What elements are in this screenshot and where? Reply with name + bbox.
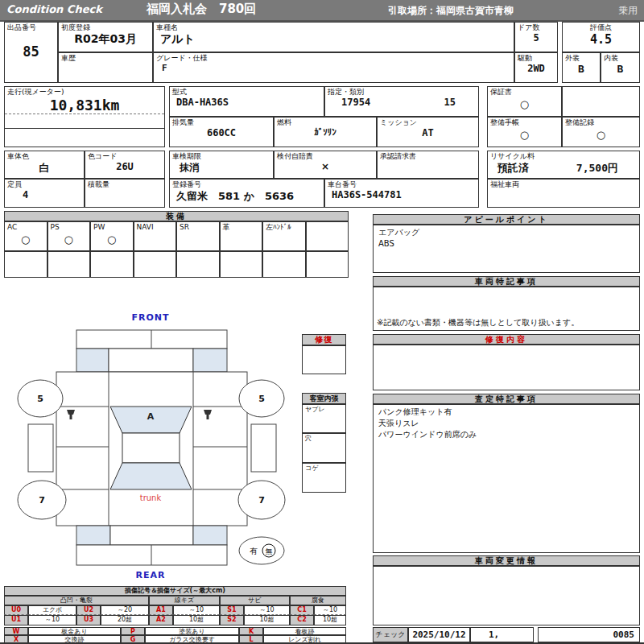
legend-group-corrosion: 腐食 [290,596,346,605]
fuel-cell: 燃料 ｶﾞｿﾘﾝ [274,117,377,147]
exterior-grade-value: B [563,63,600,75]
side-sill-left [28,424,53,472]
legend-value: ～10 [173,605,220,615]
doors-cell: ドア数 5 [514,22,558,52]
score-label: 評価点 [563,23,639,32]
body-color-value: 白 [5,161,84,175]
color-code-label: 色コード [85,151,164,161]
equipment-label: PS [48,222,90,232]
model-code-value: DBA-HA36S [170,97,324,108]
maintenance-record-value: ○ [563,127,639,143]
equipment-cell-lhd: 左ﾊﾝﾄﾞﾙ [262,221,306,251]
equipment-label: PW [91,222,133,232]
equipment-label: AC [5,222,47,232]
title-bar: Condition Check 福岡入札会 780回 引取場所：福岡県古賀市青柳… [0,0,644,22]
inspection-expiry-label: 車検期限 [170,151,273,161]
model-code-label: 型式 [170,87,324,97]
appeal-points-box: エアバッグ ABS [373,225,640,273]
class-designation-cell: 指定・類別 17954 15 [324,86,479,117]
headlamp-left [76,349,109,372]
interior-grade-value: B [601,63,639,75]
insurance-cell: 検付自賠責 × [274,151,377,179]
model-name-label: 車種名 [154,23,514,32]
front-label: FRONT [131,312,169,323]
model-name-cell: 車種名 アルト [153,22,514,52]
mileage-cell: 走行(現メーター) 10,831km [4,86,165,147]
doors-value: 5 [515,32,557,43]
spare-none-label: 無 [266,547,273,555]
maintenance-book-value: ○ [488,127,561,143]
assessment-line: パワーウインドウ前席のみ [374,429,639,442]
legend-group-rust: サビ [220,596,290,605]
warranty-label: 保証書 [488,87,561,97]
equipment-value: ○ [91,232,133,248]
auction-title: 福岡入札会 780回 [147,2,256,17]
cabin-lining-header: 客室内張 [302,393,346,404]
score-value: 4.5 [563,32,639,47]
interior-grade-label: 内装 [601,53,639,63]
classification-number: 15 [444,97,456,108]
assessment-line: 天張りスレ [374,418,639,429]
cabin-lining-hole-cell: 穴 [302,433,346,463]
equipment-empty-cell [220,251,263,278]
mileage-value: 10,831km [5,97,164,114]
registration-number-cell: 登録番号 久留米 581 か 5636 [169,179,324,208]
auction-sheet: Condition Check 福岡入札会 780回 引取場所：福岡県古賀市青柳… [0,0,644,644]
transmission-value: AT [378,127,478,138]
equipment-empty-cell [4,251,47,278]
rear-window [110,463,192,489]
rear-label: REAR [136,570,166,580]
model-code-cell: 型式 DBA-HA36S [169,86,324,117]
trunk-label: trunk [140,493,162,502]
drive-cell: 駆動 2WD [514,52,558,83]
mileage-label: 走行(現メーター) [5,87,164,97]
grade-value: F [154,63,514,73]
legend-title: 損傷記号＆損傷サイズ(～最大cm) [4,586,346,596]
vehicle-change-text [374,567,639,570]
repair-mini-box [302,345,346,374]
equipment-label [307,222,349,224]
maintenance-book-label: 整備手帳 [488,118,561,127]
taillamp-right [193,526,227,545]
recycle-fee-value: 7,500円 [576,161,618,175]
legend-value: ～10 [314,605,346,615]
check-seq-cell: 1, [470,627,534,642]
check-label-cell: チェック [373,627,408,642]
fuel-value: ｶﾞｿﾘﾝ [275,127,376,138]
welfare-vehicle-cell: 福祉車両 [487,179,640,208]
legend-value: 20超 [101,615,149,625]
tire-front-right-depth: 5 [258,394,265,404]
legend-code: C1 [290,605,314,615]
spare-has-label: 有 [250,547,258,555]
first-registration-label: 初度登録 [59,23,152,32]
legend-code: W [4,627,28,635]
repair-content-text [374,345,639,349]
divider [5,114,164,114]
tire-rear-right-depth: 7 [258,495,265,506]
legend-value: ～20 [101,605,149,615]
history-cell: 車歴 [58,52,153,83]
transmission-cell: ミッション AT [377,117,479,147]
side-sill-right [251,424,276,472]
interior-grade-cell: 内装 B [601,52,640,83]
color-code-cell: 色コード 26U [85,151,165,179]
legend-code: A2 [149,615,173,625]
maintenance-record-label: 整備記録 [563,118,639,127]
tire-front-left-depth: 5 [37,394,43,404]
first-registration-value: R02年03月 [59,32,152,47]
lot-number-cell: 出品番号 85 [4,22,58,83]
grade-cell: グレード・仕様 F [153,52,514,83]
transmission-label: ミッション [378,118,478,127]
equipment-empty-cell [134,251,177,278]
legend-value: エクボ [28,605,76,615]
equipment-cell-extra [306,221,349,251]
lot-number-label: 出品番号 [5,23,57,32]
drive-label: 駆動 [515,53,557,63]
vehicle-change-header: 車両変更情報 [373,555,640,566]
designation-number: 17954 [341,97,370,108]
vehicle-notes-header: 車両特記事項 [373,276,640,287]
history-label: 車歴 [59,53,152,63]
insurance-value: × [275,161,376,172]
legend-code: S2 [220,615,244,625]
legend-value: ～10 [244,605,290,615]
